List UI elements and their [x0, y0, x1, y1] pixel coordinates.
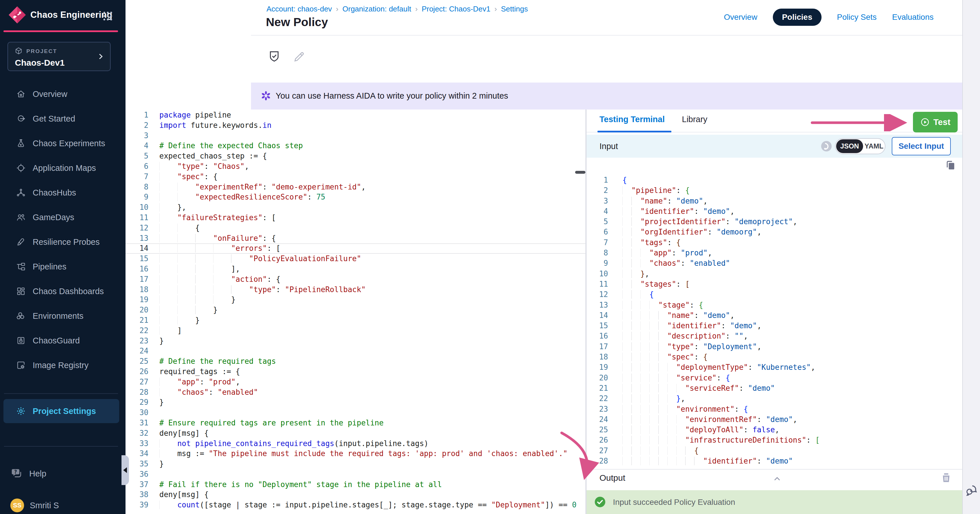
trash-icon[interactable] — [940, 471, 953, 484]
code-line[interactable]: 4# Define the expected Chaos step — [126, 141, 585, 151]
policy-shield-check-icon[interactable] — [268, 50, 281, 63]
breadcrumb-item[interactable]: Account: chaos-dev — [266, 5, 332, 13]
code-line[interactable]: 24 — [126, 346, 585, 356]
code-line[interactable]: 9 "chaos": "enabled" — [587, 258, 962, 268]
sidebar-item-pipelines[interactable]: Pipelines — [0, 254, 126, 279]
edit-pencil-icon[interactable] — [293, 51, 305, 63]
code-line[interactable]: 26 "infrastructureDefinitions": [ — [587, 435, 962, 445]
app-switcher-grid-icon[interactable] — [102, 10, 113, 22]
code-line[interactable]: 26required_tags := { — [126, 367, 585, 377]
sidebar-item-image-registry[interactable]: Image Registry — [0, 353, 126, 377]
code-line[interactable]: 25 "deployToAll": false, — [587, 425, 962, 435]
sidebar-collapse-handle[interactable] — [121, 455, 129, 485]
code-line[interactable]: 31# Ensure required tags are present in … — [126, 418, 585, 428]
code-line[interactable]: 35} — [126, 459, 585, 469]
chevron-up-icon[interactable] — [772, 474, 783, 483]
tab-evaluations[interactable]: Evaluations — [892, 13, 934, 22]
sidebar-item-help[interactable]: ? Help — [10, 465, 46, 482]
code-line[interactable]: 28 "identifier": "demo" — [587, 456, 962, 466]
code-line[interactable]: 20 "service": { — [587, 373, 962, 383]
breadcrumb-item[interactable]: Organization: default — [342, 5, 411, 13]
code-line[interactable]: 19 } — [126, 295, 585, 305]
code-line[interactable]: 1package pipeline — [126, 110, 585, 120]
code-line[interactable]: 8 "app": "prod", — [587, 248, 962, 258]
code-line[interactable]: 23 "environment": { — [587, 404, 962, 414]
sidebar-item-environments[interactable]: Environments — [0, 304, 126, 328]
code-line[interactable]: 18 "spec": { — [587, 352, 962, 362]
code-line[interactable]: 2 "pipeline": { — [587, 185, 962, 196]
code-line[interactable]: 36 — [126, 469, 585, 480]
code-line[interactable]: 27 "app": "prod", — [126, 377, 585, 387]
sidebar-item-overview[interactable]: Overview — [0, 82, 126, 107]
code-line[interactable]: 15 "PolicyEvaluationFailure" — [126, 254, 585, 264]
code-line[interactable]: 3 "name": "demo", — [587, 196, 962, 206]
code-line[interactable]: 17 "type": "Deployment", — [587, 341, 962, 352]
code-line[interactable]: 38deny[msg] { — [126, 490, 585, 500]
code-line[interactable]: 15 "identifier": "demo", — [587, 320, 962, 331]
code-line[interactable]: 39 count([stage | stage := input.pipelin… — [126, 500, 585, 510]
code-line[interactable]: 18 "type": "PipelineRollback" — [126, 285, 585, 295]
sidebar-item-chaoshubs[interactable]: ChaosHubs — [0, 180, 126, 205]
code-line[interactable]: 20 } — [126, 305, 585, 315]
code-line[interactable]: 21 "serviceRef": "demo" — [587, 383, 962, 393]
code-line[interactable]: 12 { — [126, 223, 585, 233]
sidebar-item-get-started[interactable]: Get Started — [0, 107, 126, 131]
test-button[interactable]: Test — [913, 112, 958, 132]
tab-testing-terminal[interactable]: Testing Terminal — [600, 115, 665, 124]
code-line[interactable]: 10 }, — [126, 202, 585, 213]
code-line[interactable]: 11 "stages": [ — [587, 279, 962, 289]
tab-overview[interactable]: Overview — [724, 13, 757, 22]
code-line[interactable]: 13 "stage": { — [587, 300, 962, 310]
user-menu[interactable]: SS Smriti S — [10, 498, 59, 512]
code-line[interactable]: 12 { — [587, 289, 962, 299]
code-line[interactable]: 16 "description": "", — [587, 331, 962, 341]
code-line[interactable]: 5 "projectIdentifier": "demoproject", — [587, 216, 962, 227]
code-line[interactable]: 8 "experimentRef": "demo-experiment-id", — [126, 182, 585, 193]
format-option-json[interactable]: JSON — [836, 139, 863, 153]
code-line[interactable]: 13 "onFailure": { — [126, 233, 585, 243]
code-line[interactable]: 37# Fail if there is no "Deployment" sta… — [126, 480, 585, 490]
code-line[interactable]: 25# Define the required tags — [126, 356, 585, 367]
format-option-yaml[interactable]: YAML — [863, 139, 885, 153]
code-line[interactable]: 22 ] — [126, 326, 585, 336]
code-line[interactable]: 17 "action": { — [126, 274, 585, 285]
code-line[interactable]: 7 "tags": { — [587, 237, 962, 248]
code-line[interactable]: 4 "identifier": "demo", — [587, 206, 962, 216]
code-line[interactable]: 7 "spec": { — [126, 172, 585, 182]
code-line[interactable]: 32deny[msg] { — [126, 428, 585, 439]
code-line[interactable]: 2import future.keywords.in — [126, 120, 585, 131]
code-line[interactable]: 14 "name": "demo", — [587, 310, 962, 320]
policy-code-editor[interactable]: 1package pipeline2import future.keywords… — [126, 110, 585, 510]
sidebar-item-resilience-probes[interactable]: Resilience Probes — [0, 230, 126, 254]
code-line[interactable]: 6 "orgIdentifier": "demoorg", — [587, 227, 962, 237]
code-line[interactable]: 14 "errors": [ — [126, 243, 585, 254]
code-line[interactable]: 23} — [126, 336, 585, 346]
sidebar-item-chaos-dashboards[interactable]: Chaos Dashboards — [0, 279, 126, 304]
sidebar-item-chaos-experiments[interactable]: Chaos Experiments — [0, 131, 126, 156]
tab-policy-sets[interactable]: Policy Sets — [837, 13, 877, 22]
code-line[interactable]: 34 msg := "The pipeline must include the… — [126, 449, 585, 459]
code-line[interactable]: 24 "environmentRef": "demo", — [587, 414, 962, 425]
code-line[interactable]: 33 not pipeline_contains_required_tags(i… — [126, 439, 585, 449]
code-line[interactable]: 10 }, — [587, 269, 962, 279]
select-input-button[interactable]: Select Input — [892, 137, 951, 155]
input-json-editor[interactable]: 1{2 "pipeline": {3 "name": "demo",4 "ide… — [587, 175, 962, 466]
support-chat-icon[interactable] — [964, 483, 978, 497]
code-line[interactable]: 6 "type": "Chaos", — [126, 161, 585, 172]
code-line[interactable]: 28 "chaos": "enabled" — [126, 387, 585, 398]
split-drag-handle[interactable] — [575, 171, 585, 174]
sidebar-item-project-settings[interactable]: Project Settings — [3, 399, 119, 423]
tab-policies[interactable]: Policies — [773, 9, 821, 26]
code-line[interactable]: 22 }, — [587, 393, 962, 404]
code-line[interactable]: 9 "expectedResilienceScore": 75 — [126, 192, 585, 202]
code-line[interactable]: 16 ], — [126, 264, 585, 274]
code-line[interactable]: 19 "deploymentType": "Kubernetes", — [587, 362, 962, 372]
code-line[interactable]: 5expected_chaos_step := { — [126, 151, 585, 161]
code-line[interactable]: 3 — [126, 131, 585, 141]
breadcrumb-item[interactable]: Settings — [501, 5, 528, 13]
project-selector[interactable]: PROJECT Chaos-Dev1 — [8, 42, 111, 71]
code-line[interactable]: 29} — [126, 397, 585, 407]
sidebar-item-application-maps[interactable]: Application Maps — [0, 156, 126, 180]
sidebar-item-gamedays[interactable]: GameDays — [0, 205, 126, 230]
breadcrumb-item[interactable]: Project: Chaos-Dev1 — [422, 5, 491, 13]
